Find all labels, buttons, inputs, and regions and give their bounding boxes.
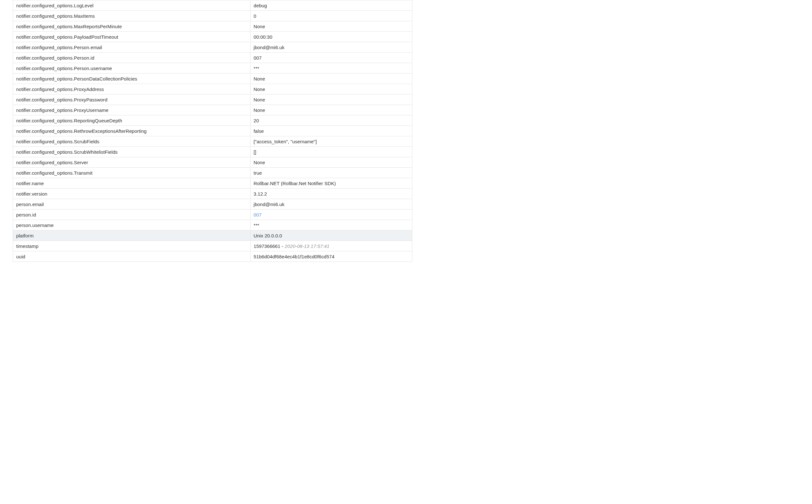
property-value: false	[250, 126, 412, 136]
property-key: notifier.configured_options.Server	[13, 158, 250, 167]
table-row: notifier.nameRollbar.NET (Rollbar.Net No…	[13, 178, 412, 188]
table-row: notifier.configured_options.LogLeveldebu…	[13, 0, 412, 10]
property-value: debug	[250, 1, 412, 10]
property-key: notifier.configured_options.Transmit	[13, 168, 250, 178]
property-key: person.username	[13, 220, 250, 230]
property-value: None	[250, 105, 412, 115]
property-key: notifier.configured_options.LogLevel	[13, 1, 250, 10]
table-row: notifier.configured_options.Person.id007	[13, 52, 412, 63]
property-key: platform	[13, 231, 250, 241]
property-key: notifier.configured_options.PersonDataCo…	[13, 74, 250, 84]
property-value: None	[250, 74, 412, 84]
property-value: true	[250, 168, 412, 178]
table-row: notifier.configured_options.ScrubFields[…	[13, 136, 412, 146]
property-key: notifier.configured_options.ProxyAddress	[13, 84, 250, 94]
table-row: notifier.configured_options.Person.email…	[13, 42, 412, 52]
property-value: Unix 20.0.0.0	[250, 231, 412, 241]
property-value: None	[250, 95, 412, 105]
property-value: ["access_token", "username"]	[250, 137, 412, 146]
property-value: None	[250, 158, 412, 167]
table-row: uuid51b6d04df68e4ec4b1f1e8cd0f6cd574	[13, 251, 412, 262]
property-value: ***	[250, 220, 412, 230]
property-key: uuid	[13, 252, 250, 262]
property-value[interactable]: 007	[250, 210, 412, 220]
property-value: 007	[250, 53, 412, 63]
property-key: notifier.configured_options.PayloadPostT…	[13, 32, 250, 42]
property-value: 3.12.2	[250, 189, 412, 199]
property-key: notifier.configured_options.Person.usern…	[13, 63, 250, 73]
table-row: notifier.version3.12.2	[13, 188, 412, 199]
property-key: notifier.configured_options.Person.email	[13, 42, 250, 52]
property-value: None	[250, 22, 412, 31]
property-value: 20	[250, 116, 412, 126]
table-row: notifier.configured_options.ProxyAddress…	[13, 84, 412, 94]
property-key: notifier.name	[13, 178, 250, 188]
property-key: notifier.configured_options.ScrubWhiteli…	[13, 147, 250, 157]
property-key: notifier.configured_options.ProxyPasswor…	[13, 95, 250, 105]
property-key: timestamp	[13, 241, 250, 251]
property-value: ***	[250, 63, 412, 73]
property-value: None	[250, 84, 412, 94]
table-row: notifier.configured_options.ReportingQue…	[13, 115, 412, 126]
property-key: person.id	[13, 210, 250, 220]
timestamp-primary: 1597366661 -	[254, 243, 285, 249]
table-row: notifier.configured_options.MaxItems0	[13, 10, 412, 21]
table-row: timestamp1597366661 - 2020-08-13 17:57:4…	[13, 241, 412, 251]
property-key: notifier.configured_options.ProxyUsernam…	[13, 105, 250, 115]
table-row: notifier.configured_options.ServerNone	[13, 157, 412, 167]
table-row: notifier.configured_options.RethrowExcep…	[13, 126, 412, 136]
property-key: notifier.configured_options.RethrowExcep…	[13, 126, 250, 136]
table-row: person.id007	[13, 209, 412, 220]
value-link[interactable]: 007	[254, 212, 262, 217]
properties-table: notifier.configured_options.LogLeveldebu…	[13, 0, 413, 262]
property-value: 0	[250, 11, 412, 21]
property-key: person.email	[13, 199, 250, 209]
table-row: platformUnix 20.0.0.0	[13, 230, 412, 241]
property-value: Rollbar.NET (Rollbar.Net Notifier SDK)	[250, 178, 412, 188]
table-row: notifier.configured_options.ScrubWhiteli…	[13, 146, 412, 157]
table-row: notifier.configured_options.Transmittrue	[13, 167, 412, 178]
property-key: notifier.configured_options.MaxReportsPe…	[13, 22, 250, 31]
table-row: person.emailjbond@mi6.uk	[13, 199, 412, 209]
property-value: 1597366661 - 2020-08-13 17:57:41	[250, 241, 412, 251]
table-row: notifier.configured_options.ProxyUsernam…	[13, 105, 412, 115]
table-row: notifier.configured_options.PersonDataCo…	[13, 73, 412, 84]
table-row: notifier.configured_options.Person.usern…	[13, 63, 412, 73]
property-key: notifier.version	[13, 189, 250, 199]
property-value: 51b6d04df68e4ec4b1f1e8cd0f6cd574	[250, 252, 412, 262]
property-value: []	[250, 147, 412, 157]
property-key: notifier.configured_options.ScrubFields	[13, 137, 250, 146]
table-row: notifier.configured_options.ProxyPasswor…	[13, 94, 412, 105]
property-value: jbond@mi6.uk	[250, 42, 412, 52]
table-row: person.username***	[13, 220, 412, 230]
property-value: 00:00:30	[250, 32, 412, 42]
table-row: notifier.configured_options.PayloadPostT…	[13, 31, 412, 42]
property-value: jbond@mi6.uk	[250, 199, 412, 209]
table-row: notifier.configured_options.MaxReportsPe…	[13, 21, 412, 31]
property-key: notifier.configured_options.MaxItems	[13, 11, 250, 21]
property-key: notifier.configured_options.ReportingQue…	[13, 116, 250, 126]
property-key: notifier.configured_options.Person.id	[13, 53, 250, 63]
timestamp-secondary: 2020-08-13 17:57:41	[285, 243, 329, 249]
